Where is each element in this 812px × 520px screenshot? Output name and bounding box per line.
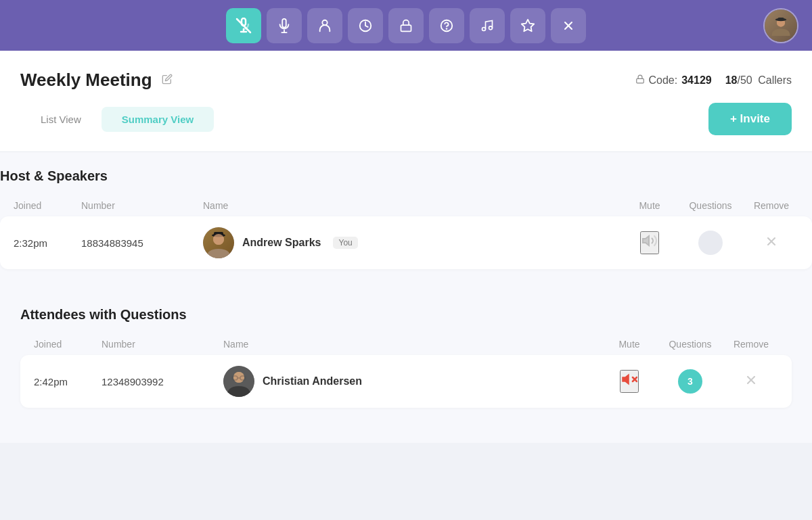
col-mute-att: Mute <box>602 339 656 350</box>
host-remove-cell <box>744 232 798 254</box>
you-badge: You <box>333 237 357 249</box>
att-questions-cell: 3 <box>656 369 724 394</box>
tabs-row: List View Summary View + Invite <box>20 103 792 151</box>
question-button[interactable] <box>429 8 464 43</box>
hosts-section: Host & Speakers Joined Number Name Mute … <box>0 152 812 291</box>
page-header: Weekly Meeting Code: 34129 <box>20 51 792 103</box>
tab-list-view[interactable]: List View <box>20 107 102 132</box>
att-name-cell: Christian Andersen <box>223 366 602 397</box>
svg-marker-25 <box>643 236 649 245</box>
att-avatar <box>223 366 254 397</box>
lock-small-icon <box>635 74 645 87</box>
host-number: 18834883945 <box>81 237 203 249</box>
svg-point-10 <box>482 27 486 30</box>
att-joined: 2:42pm <box>34 376 102 387</box>
att-questions-badge: 3 <box>678 369 702 394</box>
att-remove-cell <box>724 371 778 393</box>
col-number-host: Number <box>81 200 203 211</box>
code-box: Code: 34129 <box>635 74 712 87</box>
hosts-table-header: Joined Number Name Mute Questions Remove <box>0 195 812 216</box>
svg-rect-18 <box>778 18 784 21</box>
col-questions-att: Questions <box>656 339 724 350</box>
host-mute-button[interactable] <box>640 231 659 254</box>
callers-label: Callers <box>758 74 792 86</box>
table-row: 2:42pm 12348903992 Christian Andersen <box>20 355 792 408</box>
att-mute-cell <box>602 370 656 393</box>
meeting-meta: Code: 34129 18/50 Callers <box>635 74 792 87</box>
col-name-att: Name <box>223 339 602 350</box>
host-name-cell: Andrew Sparks You <box>203 227 623 258</box>
host-questions-cell <box>677 231 744 255</box>
col-name-host: Name <box>203 200 623 211</box>
mic-button[interactable] <box>267 8 302 43</box>
lock-button[interactable] <box>388 8 424 43</box>
svg-point-33 <box>233 372 244 383</box>
close-button[interactable] <box>551 8 586 43</box>
host-mute-cell <box>623 231 677 254</box>
svg-marker-12 <box>522 19 534 30</box>
tabs: List View Summary View <box>20 107 214 132</box>
svg-marker-34 <box>623 375 629 384</box>
tab-summary-view[interactable]: Summary View <box>102 107 214 132</box>
col-joined-host: Joined <box>14 200 81 211</box>
svg-point-11 <box>489 26 493 29</box>
meeting-title: Weekly Meeting <box>20 70 152 91</box>
att-name: Christian Andersen <box>263 375 362 387</box>
callers-max: 50 <box>740 74 752 86</box>
col-mute-host: Mute <box>623 200 677 211</box>
att-number: 12348903992 <box>102 376 223 387</box>
attendees-table-header: Joined Number Name Mute Questions Remove <box>20 333 792 355</box>
edit-title-button[interactable] <box>159 71 175 90</box>
svg-rect-19 <box>636 78 644 82</box>
toolbar-icons <box>226 8 586 43</box>
code-value: 34129 <box>681 74 712 87</box>
svg-point-9 <box>447 28 447 29</box>
col-joined-att: Joined <box>34 339 102 350</box>
host-name: Andrew Sparks <box>242 237 321 249</box>
att-mute-button[interactable] <box>620 370 639 393</box>
att-remove-button[interactable] <box>742 371 761 393</box>
callers-box: 18/50 Callers <box>725 74 792 87</box>
callers-current: 18 <box>725 74 738 86</box>
svg-point-24 <box>213 234 224 245</box>
host-questions-badge <box>698 231 723 255</box>
invite-button[interactable]: + Invite <box>708 103 792 135</box>
attendees-section-title: Attendees with Questions <box>20 307 792 323</box>
code-label: Code: <box>649 74 678 87</box>
section-bottom-pad <box>0 277 812 291</box>
col-number-att: Number <box>102 339 223 350</box>
host-avatar <box>203 227 234 258</box>
avatar[interactable] <box>763 8 798 43</box>
attendees-section: Attendees with Questions Joined Number N… <box>0 291 812 443</box>
host-joined: 2:32pm <box>14 237 81 249</box>
music-button[interactable] <box>470 8 505 43</box>
table-row: 2:32pm 18834883945 Andrew Sparks You <box>0 216 812 269</box>
star-button[interactable] <box>510 8 545 43</box>
svg-rect-7 <box>401 25 411 31</box>
person-button[interactable] <box>307 8 342 43</box>
col-remove-host: Remove <box>744 200 798 211</box>
hosts-section-title: Host & Speakers <box>0 168 812 184</box>
host-remove-button[interactable] <box>762 232 781 254</box>
clock-button[interactable] <box>348 8 383 43</box>
toolbar <box>0 0 812 51</box>
main-content: Weekly Meeting Code: 34129 <box>0 51 812 152</box>
mute-button[interactable] <box>226 8 261 43</box>
col-questions-host: Questions <box>677 200 744 211</box>
meeting-title-row: Weekly Meeting <box>20 70 175 91</box>
svg-point-5 <box>322 20 327 24</box>
col-remove-att: Remove <box>724 339 778 350</box>
